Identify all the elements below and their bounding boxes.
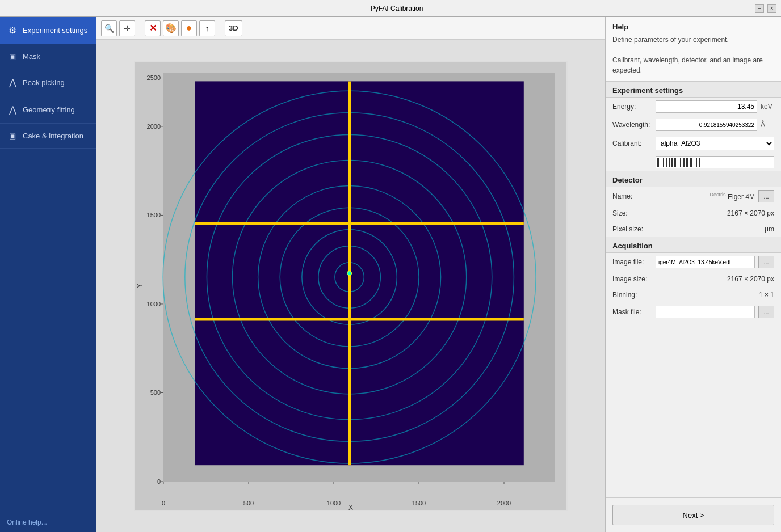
app-title: PyFAI Calibration	[371, 5, 423, 12]
barcode-bar	[668, 158, 669, 167]
image-file-label: Image file:	[612, 258, 652, 266]
sidebar: ⚙ Experiment settings ▣ Mask ⋀ Peak pick…	[0, 17, 96, 532]
pixel-size-value: μm	[656, 225, 774, 233]
calibrant-row: Calibrant: alpha_Al2O3	[606, 134, 781, 153]
binning-label: Binning:	[612, 291, 652, 299]
mask-file-input[interactable]	[656, 306, 755, 318]
barcode-bar	[685, 158, 686, 167]
barcode-row	[606, 153, 781, 171]
pan-button[interactable]: ✛	[119, 20, 135, 36]
pixel-size-row: Pixel size: μm	[606, 221, 781, 237]
barcode-bar	[669, 158, 670, 167]
detector-size-label: Size:	[612, 209, 652, 217]
energy-unit: keV	[761, 103, 774, 111]
window-controls: − ×	[755, 4, 776, 13]
wavelength-unit: Å	[761, 121, 774, 129]
zoom-button[interactable]: 🔍	[101, 20, 117, 36]
separator-1	[140, 22, 140, 35]
minimize-button[interactable]: −	[755, 4, 764, 13]
wavelength-input[interactable]	[656, 119, 757, 131]
barcode-bar	[689, 158, 690, 167]
detector-model: Eiger 4M	[728, 193, 755, 201]
detector-size-row: Size: 2167 × 2070 px	[606, 205, 781, 221]
mask-file-label: Mask file:	[612, 308, 652, 316]
sidebar-item-label: Mask	[23, 52, 40, 61]
detector-name-label: Name:	[612, 192, 652, 200]
axis-button[interactable]: ↑	[199, 20, 215, 36]
toolbar: 🔍 ✛ ✕ 🎨 ● ↑ 3D	[96, 17, 605, 40]
center-panel: 🔍 ✛ ✕ 🎨 ● ↑ 3D	[96, 17, 605, 532]
detector-plot[interactable]	[135, 62, 566, 510]
online-help-link[interactable]: Online help...	[0, 513, 96, 532]
calibrant-select[interactable]: alpha_Al2O3	[656, 137, 774, 150]
barcode-bar	[698, 158, 698, 167]
cake-icon: ▣	[7, 132, 18, 140]
wavelength-label: Wavelength:	[612, 121, 652, 129]
help-title: Help	[612, 23, 774, 31]
barcode-bar	[657, 158, 659, 167]
barcode-bar	[673, 158, 674, 167]
barcode-bar	[663, 158, 664, 167]
help-text: Define parameters of your experiment. Ca…	[612, 35, 774, 75]
image-file-browse-button[interactable]: ...	[758, 256, 774, 268]
sidebar-item-experiment-settings[interactable]: ⚙ Experiment settings	[0, 17, 96, 44]
barcode-bar	[678, 158, 678, 167]
3d-button[interactable]: 3D	[225, 20, 242, 36]
mask-icon: ▣	[7, 52, 18, 61]
barcode-bars	[657, 158, 700, 167]
circle-button[interactable]: ●	[181, 20, 197, 36]
binning-row: Binning: 1 × 1	[606, 287, 781, 303]
experiment-settings-icon: ⚙	[7, 25, 18, 36]
sidebar-item-mask[interactable]: ▣ Mask	[0, 44, 96, 69]
next-button[interactable]: Next >	[612, 505, 774, 525]
image-size-value: 2167 × 2070 px	[656, 275, 774, 283]
barcode-display	[656, 156, 774, 168]
sidebar-item-cake-integration[interactable]: ▣ Cake & integration	[0, 124, 96, 149]
image-file-input[interactable]	[656, 256, 755, 268]
next-button-container: Next >	[606, 497, 781, 532]
barcode-bar	[671, 158, 673, 167]
help-section: Help Define parameters of your experimen…	[606, 17, 781, 82]
acquisition-header: Acquisition	[606, 237, 781, 253]
experiment-settings-header: Experiment settings	[606, 82, 781, 98]
detector-brand: Dectris	[710, 192, 726, 197]
detector-browse-button[interactable]: ...	[758, 190, 774, 202]
barcode-bar	[682, 158, 682, 167]
barcode-bar	[674, 158, 676, 167]
calibrant-label: Calibrant:	[612, 140, 652, 147]
barcode-bar	[677, 158, 677, 167]
barcode-bar	[686, 158, 687, 167]
sidebar-item-peak-picking[interactable]: ⋀ Peak picking	[0, 69, 96, 96]
titlebar: PyFAI Calibration − ×	[0, 0, 781, 17]
barcode-bar	[665, 158, 665, 167]
barcode-bar	[683, 158, 685, 167]
wavelength-row: Wavelength: Å	[606, 116, 781, 134]
peak-picking-icon: ⋀	[7, 77, 18, 88]
binning-value: 1 × 1	[656, 291, 774, 299]
barcode-bar	[662, 158, 662, 167]
mask-file-row: Mask file: ...	[606, 303, 781, 321]
energy-label: Energy:	[612, 103, 652, 111]
barcode-bar	[680, 158, 681, 167]
barcode-bar	[690, 158, 692, 167]
sidebar-item-geometry-fitting[interactable]: ⋀ Geometry fitting	[0, 96, 96, 124]
plot-wrapper	[134, 61, 568, 511]
barcode-bar	[661, 158, 661, 167]
colormap-button[interactable]: 🎨	[163, 20, 179, 36]
close-button[interactable]: ×	[767, 4, 776, 13]
energy-input[interactable]	[656, 100, 757, 113]
image-size-row: Image size: 2167 × 2070 px	[606, 271, 781, 287]
detector-header: Detector	[606, 171, 781, 187]
geometry-fitting-icon: ⋀	[7, 104, 18, 115]
clear-button[interactable]: ✕	[145, 20, 161, 36]
barcode-bar	[670, 158, 671, 167]
sidebar-item-label: Geometry fitting	[23, 105, 75, 114]
sidebar-item-label: Cake & integration	[23, 132, 83, 140]
mask-file-browse-button[interactable]: ...	[758, 306, 774, 318]
barcode-bar	[699, 158, 700, 167]
detector-name-row: Name: Dectris Eiger 4M ...	[606, 187, 781, 205]
image-file-row: Image file: ...	[606, 253, 781, 271]
right-panel: Help Define parameters of your experimen…	[605, 17, 781, 532]
barcode-bar	[660, 158, 660, 167]
barcode-bar	[696, 158, 697, 167]
